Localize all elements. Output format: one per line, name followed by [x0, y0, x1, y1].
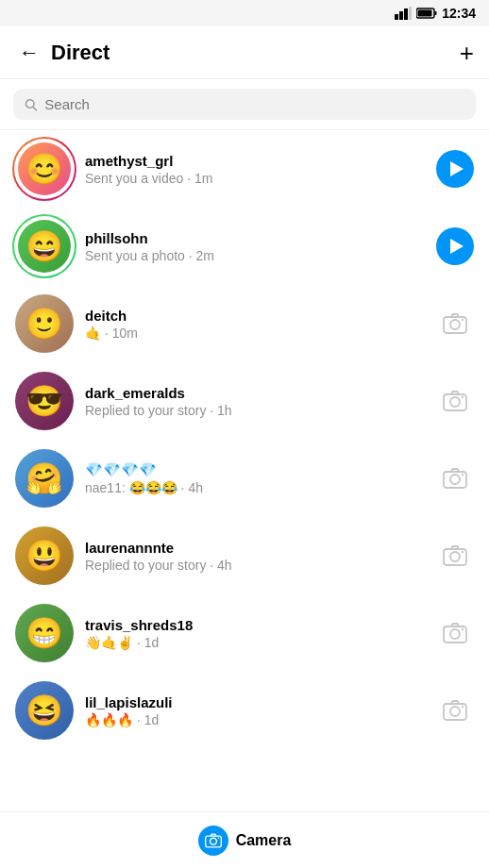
username: dark_emeralds	[85, 385, 436, 401]
status-icons: 12:34	[395, 6, 476, 21]
camera-label: Camera	[236, 832, 292, 849]
svg-point-17	[462, 474, 464, 476]
search-input[interactable]	[44, 96, 464, 112]
message-preview: 🔥🔥🔥 · 1d	[85, 712, 436, 727]
svg-rect-2	[404, 8, 408, 20]
username: laurenannnte	[85, 540, 436, 556]
message-list: 😊 amethyst_grl Sent you a video · 1m 😄	[0, 130, 489, 749]
camera-action[interactable]	[436, 459, 474, 497]
play-button[interactable]	[436, 150, 474, 188]
camera-action[interactable]	[436, 692, 474, 729]
camera-action[interactable]	[436, 537, 474, 575]
message-content: phillsohn Sent you a photo · 2m	[85, 230, 436, 263]
message-content: 💎💎💎💎 nae11: 😂😂😂 · 4h	[85, 461, 436, 495]
username: 💎💎💎💎	[85, 461, 436, 478]
list-item[interactable]: 😆 lil_lapislazuli 🔥🔥🔥 · 1d	[0, 672, 489, 749]
message-preview: nae11: 😂😂😂 · 4h	[85, 480, 436, 495]
status-bar: 12:34	[0, 0, 489, 26]
list-item[interactable]: 🤗 💎💎💎💎 nae11: 😂😂😂 · 4h	[0, 440, 489, 517]
camera-action[interactable]	[436, 382, 474, 420]
back-button[interactable]: ←	[15, 37, 43, 69]
svg-point-20	[462, 551, 464, 553]
svg-point-14	[462, 396, 464, 398]
message-preview: Replied to your story · 4h	[85, 558, 436, 573]
svg-point-22	[450, 629, 460, 639]
username: lil_lapislazuli	[85, 694, 436, 710]
avatar: 😁	[15, 604, 74, 662]
message-content: laurenannnte Replied to your story · 4h	[85, 540, 436, 573]
svg-point-26	[462, 706, 464, 708]
bottom-bar: Camera	[0, 811, 489, 868]
svg-rect-6	[418, 10, 432, 17]
svg-point-28	[210, 838, 216, 844]
camera-btn-svg	[205, 833, 222, 848]
message-content: dark_emeralds Replied to your story · 1h	[85, 385, 436, 418]
svg-point-23	[462, 628, 464, 630]
message-content: lil_lapislazuli 🔥🔥🔥 · 1d	[85, 694, 436, 727]
username: phillsohn	[85, 230, 436, 246]
message-preview: 👋🤙✌ · 1d	[85, 635, 436, 650]
camera-action[interactable]	[436, 614, 474, 652]
svg-point-10	[450, 320, 460, 329]
message-preview: 🤙 · 10m	[85, 326, 436, 341]
list-item[interactable]: 🙂 deitch 🤙 · 10m	[0, 285, 489, 362]
camera-action[interactable]	[436, 305, 474, 342]
message-content: amethyst_grl Sent you a video · 1m	[85, 153, 436, 186]
message-content: travis_shreds18 👋🤙✌ · 1d	[85, 617, 436, 650]
svg-rect-3	[409, 7, 412, 20]
search-bar[interactable]	[13, 89, 476, 120]
message-content: deitch 🤙 · 10m	[85, 308, 436, 341]
camera-btn-icon	[198, 826, 228, 856]
header-left: ← Direct	[15, 37, 110, 69]
username: deitch	[85, 308, 436, 324]
play-button[interactable]	[436, 227, 474, 265]
message-preview: Sent you a photo · 2m	[85, 248, 436, 263]
list-item[interactable]: 😄 phillsohn Sent you a photo · 2m	[0, 208, 489, 285]
list-item[interactable]: 😊 amethyst_grl Sent you a video · 1m	[0, 130, 489, 208]
svg-rect-1	[399, 11, 403, 20]
camera-icon	[443, 545, 467, 566]
avatar: 😎	[15, 372, 74, 430]
new-message-button[interactable]: +	[460, 41, 474, 65]
search-container	[0, 79, 489, 130]
header: ← Direct +	[0, 26, 489, 79]
avatar: 😆	[15, 681, 74, 740]
search-icon	[25, 98, 37, 111]
svg-rect-5	[435, 11, 437, 15]
time-display: 12:34	[442, 6, 476, 21]
avatar: 🙂	[15, 294, 74, 353]
signal-icon	[395, 7, 412, 20]
camera-icon	[443, 313, 467, 334]
camera-icon	[443, 700, 467, 721]
username: amethyst_grl	[85, 153, 436, 169]
svg-point-25	[450, 707, 460, 716]
avatar: 😊	[15, 140, 74, 198]
svg-point-29	[217, 837, 219, 839]
battery-icon	[416, 8, 437, 19]
svg-point-19	[450, 552, 460, 561]
svg-point-16	[450, 475, 460, 484]
list-item[interactable]: 😃 laurenannnte Replied to your story · 4…	[0, 517, 489, 594]
camera-button[interactable]: Camera	[198, 826, 292, 856]
camera-icon	[443, 623, 467, 643]
camera-icon	[443, 468, 467, 489]
svg-point-11	[462, 319, 464, 321]
username: travis_shreds18	[85, 617, 436, 633]
page-title: Direct	[51, 41, 110, 65]
list-item[interactable]: 😁 travis_shreds18 👋🤙✌ · 1d	[0, 594, 489, 672]
avatar: 🤗	[15, 449, 74, 508]
avatar: 😄	[15, 217, 74, 275]
list-item[interactable]: 😎 dark_emeralds Replied to your story · …	[0, 362, 489, 440]
message-preview: Replied to your story · 1h	[85, 403, 436, 418]
camera-icon	[443, 391, 467, 411]
avatar: 😃	[15, 526, 74, 585]
svg-rect-0	[395, 14, 398, 20]
svg-point-13	[450, 397, 460, 407]
svg-line-8	[33, 107, 36, 109]
message-preview: Sent you a video · 1m	[85, 171, 436, 186]
